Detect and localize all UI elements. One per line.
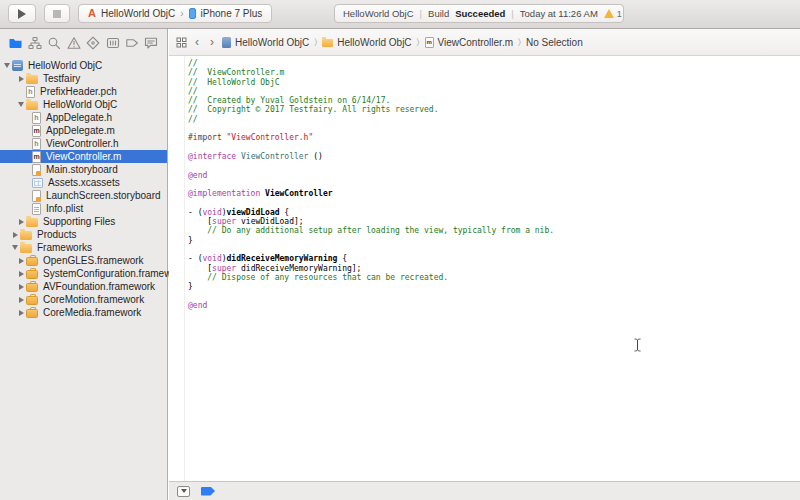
tree-item-label: AppDelegate.h <box>45 112 112 123</box>
code-line <box>188 143 554 152</box>
tree-item-supporting-files[interactable]: Supporting Files <box>0 215 167 228</box>
disclosure-right-icon[interactable] <box>16 284 26 290</box>
disclosure-right-icon[interactable] <box>16 219 26 225</box>
tree-item-label: AVFoundation.framework <box>42 281 155 292</box>
code-line: // ViewController.m <box>188 68 554 77</box>
destination-name[interactable]: iPhone 7 Plus <box>201 8 263 19</box>
tree-item-appdelegate-h[interactable]: hAppDelegate.h <box>0 111 167 124</box>
code-line: [super viewDidLoad]; <box>188 217 554 226</box>
file-h-icon: h <box>32 138 41 150</box>
play-icon <box>18 9 26 19</box>
breadcrumb-item[interactable]: mViewController.m <box>425 37 513 48</box>
disclosure-right-icon[interactable] <box>16 297 26 303</box>
tree-item-label: HelloWorld ObjC <box>27 60 102 71</box>
disclosure-down-icon[interactable] <box>2 63 12 68</box>
tree-item-helloworld-objc[interactable]: HelloWorld ObjC <box>0 98 167 111</box>
code-line: } <box>188 236 554 245</box>
stop-button[interactable] <box>44 4 70 23</box>
text-cursor <box>633 338 642 352</box>
disclosure-right-icon[interactable] <box>16 271 26 277</box>
warning-count: 1 <box>617 9 622 19</box>
code-line: - (void)viewDidLoad { <box>188 208 554 217</box>
code-line: // <box>188 115 554 124</box>
find-navigator-icon[interactable] <box>46 35 63 52</box>
code-line: // Do any additional setup after loading… <box>188 226 554 235</box>
tree-item-coremedia-framework[interactable]: CoreMedia.framework <box>0 306 167 319</box>
scheme-name[interactable]: HelloWorld ObjC <box>101 8 175 19</box>
disclosure-down-icon[interactable] <box>16 102 26 107</box>
folder-icon <box>20 244 32 253</box>
tree-item-opengles-framework[interactable]: OpenGLES.framework <box>0 254 167 267</box>
tree-item-avfoundation-framework[interactable]: AVFoundation.framework <box>0 280 167 293</box>
source-editor[interactable]: //// ViewController.m// HelloWorld ObjC/… <box>169 56 800 481</box>
debug-navigator-icon[interactable] <box>104 35 121 52</box>
disclosure-right-icon[interactable] <box>16 76 26 82</box>
tree-item-prefixheader-pch[interactable]: hPrefixHeader.pch <box>0 85 167 98</box>
run-button[interactable] <box>8 4 36 23</box>
tree-item-info-plist[interactable]: Info.plist <box>0 202 167 215</box>
tree-item-coremotion-framework[interactable]: CoreMotion.framework <box>0 293 167 306</box>
disclosure-down-icon[interactable] <box>10 245 20 250</box>
navigator-tab-bar <box>0 29 167 57</box>
code-line: // <box>188 87 554 96</box>
breadcrumb-item[interactable]: HelloWorld ObjC <box>322 37 411 48</box>
forward-button[interactable] <box>207 36 217 48</box>
folder-icon <box>26 218 38 227</box>
project-navigator-icon[interactable] <box>7 35 24 52</box>
code-line: // Dispose of any resources that can be … <box>188 273 554 282</box>
code-line: - (void)didReceiveMemoryWarning { <box>188 254 554 263</box>
code-line: @implementation ViewController <box>188 189 554 198</box>
project-icon <box>12 60 23 71</box>
tree-item-label: ViewController.h <box>45 138 119 149</box>
disclosure-right-icon[interactable] <box>16 258 26 264</box>
disclosure-right-icon[interactable] <box>16 310 26 316</box>
device-icon <box>189 8 196 19</box>
breadcrumb-item[interactable]: No Selection <box>526 37 583 48</box>
toggle-debug-area-button[interactable] <box>177 486 190 497</box>
navigator-sidebar: HelloWorld ObjCTestfairyhPrefixHeader.pc… <box>0 29 168 500</box>
file-h-icon: h <box>26 86 35 98</box>
tree-item-main-storyboard[interactable]: Main.storyboard <box>0 163 167 176</box>
tree-item-label: Products <box>36 229 76 240</box>
symbol-navigator-icon[interactable] <box>26 35 43 52</box>
related-items-icon[interactable] <box>176 37 187 48</box>
breadcrumb: HelloWorld ObjC〉HelloWorld ObjC〉mViewCon… <box>222 37 583 48</box>
status-build-result: Succeeded <box>455 8 505 19</box>
report-navigator-icon[interactable] <box>143 35 160 52</box>
code-line <box>188 180 554 189</box>
folder-icon <box>26 101 38 110</box>
tree-item-label: CoreMotion.framework <box>42 294 144 305</box>
tree-item-frameworks[interactable]: Frameworks <box>0 241 167 254</box>
tree-item-helloworld-objc[interactable]: HelloWorld ObjC <box>0 59 167 72</box>
scheme-selector[interactable]: HelloWorld ObjC iPhone 7 Plus <box>78 4 272 23</box>
tree-item-viewcontroller-m[interactable]: mViewController.m <box>0 150 167 163</box>
code-line: } <box>188 282 554 291</box>
status-separator: | <box>420 8 422 19</box>
tree-item-appdelegate-m[interactable]: mAppDelegate.m <box>0 124 167 137</box>
editor-gutter <box>169 56 185 481</box>
tree-item-launchscreen-storyboard[interactable]: LaunchScreen.storyboard <box>0 189 167 202</box>
folder-icon <box>20 231 32 240</box>
breadcrumb-separator: 〉 <box>314 37 317 48</box>
file-m-icon: m <box>32 151 41 163</box>
code-line: // <box>188 59 554 68</box>
tree-item-assets-xcassets[interactable]: Assets.xcassets <box>0 176 167 189</box>
test-navigator-icon[interactable] <box>85 35 102 52</box>
warning-icon <box>604 9 614 18</box>
disclosure-right-icon[interactable] <box>10 232 20 238</box>
code-line: [super didReceiveMemoryWarning]; <box>188 264 554 273</box>
tree-item-testfairy[interactable]: Testfairy <box>0 72 167 85</box>
breakpoint-navigator-icon[interactable] <box>124 35 141 52</box>
issue-navigator-icon[interactable] <box>65 35 82 52</box>
tree-item-label: Supporting Files <box>42 216 115 227</box>
warning-badge[interactable]: 1 <box>604 9 622 19</box>
back-button[interactable] <box>192 36 202 48</box>
tree-item-systemconfiguration-framework[interactable]: SystemConfiguration.framework <box>0 267 167 280</box>
folder-icon <box>26 75 38 84</box>
breadcrumb-separator: 〉 <box>518 37 521 48</box>
editor-pane: HelloWorld ObjC〉HelloWorld ObjC〉mViewCon… <box>169 29 800 500</box>
tree-item-products[interactable]: Products <box>0 228 167 241</box>
breadcrumb-item[interactable]: HelloWorld ObjC <box>222 37 309 48</box>
breakpoints-toggle-button[interactable] <box>201 487 215 496</box>
tree-item-viewcontroller-h[interactable]: hViewController.h <box>0 137 167 150</box>
